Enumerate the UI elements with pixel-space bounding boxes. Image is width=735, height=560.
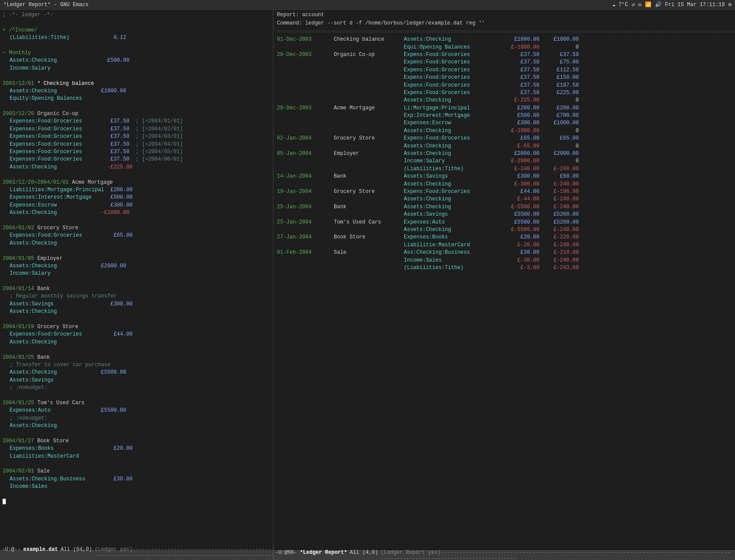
report-row-8: 25-Jan-2004 Bank Assets:Checking £-5500.… [277, 203, 732, 211]
report-divider: ========================================… [277, 28, 732, 36]
blank14 [3, 491, 270, 498]
exp-food-grocery1: Expenses:Food:Groceries £65.00 [3, 232, 270, 239]
report-row-3b: Exp:Interest:Mortgage £500.00 £700.00 [277, 112, 732, 119]
income-section: = /^Income/ [3, 27, 270, 34]
report-row-6: 14-Jan-2004 Bank Assets:Savings £300.00 … [277, 173, 732, 180]
main-area: ; -*- ledger -*- = /^Income/ (Liabilitie… [0, 10, 735, 550]
report-row-5: 05-Jan-2004 Employer Assets:Checking £20… [277, 150, 732, 158]
nobudget2: ; :nobudget: [3, 415, 270, 422]
right-pane[interactable]: Report: account Command: ledger --sort d… [273, 10, 735, 550]
liab-mortgage: Liabilities:Mortgage:Principal £200.00 [3, 186, 270, 194]
exp-food-5: Expenses:Food:Groceries £37.50 ; [=2004/… [3, 148, 270, 156]
blank9 [3, 316, 270, 323]
report-row-5b: Income:Salary £-2000.00 0 [277, 158, 732, 165]
status-position-left: All (64,0) [60, 546, 92, 560]
assets-checking-g1: Assets:Checking [3, 240, 270, 247]
status-bar: -U:@-- example.dat All (64,0) (Ledger ya… [0, 550, 735, 560]
exp-food-1: Expenses:Food:Groceries £37.50 ; [=2004/… [3, 118, 270, 125]
income-sales: Income:Sales [3, 483, 270, 490]
title-bar-right: ☁ 7°C ↺ ✉ 📶 🔊 Fri 15 Mar 17:11:19 ⚙ [612, 1, 732, 8]
entry-sale: 2004/02/01 Sale [3, 468, 270, 475]
report-row-11c: (Liabilities:Tithe) £-3.60 £-243.60 [277, 264, 732, 272]
report-row-5c: (Liabilities:Tithe) £-240.00 £-240.00 [277, 165, 732, 173]
assets-checking-car: Assets:Checking £5500.00 [3, 369, 270, 376]
exp-escrow: Expenses:Escrow £300.00 [3, 202, 270, 209]
report-row-9b: Assets:Checking £-5500.00 £-240.00 [277, 226, 732, 234]
monthly-tilde: ~ Monthly [3, 49, 270, 57]
report-row-2d: Expens:Food:Groceries £37.50 £150.00 [277, 74, 732, 81]
report-row-2c: Expens:Food:Groceries £37.50 £112.50 [277, 66, 732, 74]
blank4 [3, 103, 270, 110]
bank-comment: ; Regular monthly savings transfer [3, 293, 270, 300]
report-row-10b: Liabilitie:MasterCard £-20.00 £-240.00 [277, 242, 732, 249]
liab-mastercard: Liabilities:MasterCard [3, 453, 270, 460]
entry-bookstore: 2004/01/27 Book Store [3, 438, 270, 445]
status-bar-right: -U:@%%- *Ledger Report* All (4,0) (Ledge… [273, 550, 735, 560]
income-salary-emp: Income:Salary [3, 270, 270, 277]
entry-used-cars: 2004/01/25 Tom's Used Cars [3, 399, 270, 407]
refresh-icon[interactable]: ↺ [631, 1, 634, 8]
report-row-7b: Assets:Checking £-44.00 £-240.00 [277, 196, 732, 203]
entry-20031220: 2003/12/20 Organic Co-op [3, 110, 270, 118]
exp-food-grocery2: Expenses:Food:Groceries £44.00 [3, 331, 270, 338]
assets-checking-acme: Assets:Checking -£1000.00 [3, 209, 270, 217]
exp-food-2: Expenses:Food:Groceries £37.50 ; [=2004/… [3, 126, 270, 133]
assets-checking-emp: Assets:Checking £2000.00 [3, 262, 270, 270]
assets-checking-bank: Assets:Checking [3, 308, 270, 315]
assets-checking-biz: Assets:Checking:Business £30.00 [3, 476, 270, 483]
car-comment: ; Transfer to cover car purchase [3, 361, 270, 369]
window-title: *Ledger Report* - GNU Emacs [4, 2, 88, 8]
assets-checking-cars: Assets:Checking [3, 422, 270, 430]
entry-grocery0119: 2004/01/19 Grocery Store [3, 323, 270, 331]
exp-books: Expenses:Books £20.00 [3, 445, 270, 452]
assets-checking-organic: Assets:Checking -£225.00 [3, 164, 270, 171]
assets-checking-g2: Assets:Checking [3, 339, 270, 346]
report-row-3c: Expenses:Escrow £300.00 £1000.00 [277, 119, 732, 127]
report-row-9: 25-Jan-2004 Tom's Used Cars Expenses:Aut… [277, 219, 732, 226]
blank5 [3, 171, 270, 178]
header-comment: ; -*- ledger -*- [3, 11, 270, 19]
liabilities-tithe: (Liabilities:Tithe) 0.12 [3, 34, 270, 42]
title-bar: *Ledger Report* - GNU Emacs ☁ 7°C ↺ ✉ 📶 … [0, 0, 735, 10]
entry-bank0114: 2004/01/14 Bank [3, 285, 270, 293]
report-row-4: 02-Jan-2004 Grocery Store Expens:Food:Gr… [277, 135, 732, 142]
report-row-11: 01-Feb-2004 Sale Ass:Checking:Business £… [277, 249, 732, 256]
report-command: Command: ledger --sort d -f /home/borbus… [277, 20, 732, 27]
income-salary-monthly: Income:Salary [3, 65, 270, 72]
status-filename-left: example.dat [23, 546, 58, 560]
report-row-1b: Equi:Opening Balances £-1000.00 0 [277, 44, 732, 51]
network-icon: 📶 [645, 1, 651, 8]
mail-icon[interactable]: ✉ [638, 1, 641, 8]
report-row-1: 01-Dec-2003 Checking balance Assets:Chec… [277, 36, 732, 43]
settings-icon[interactable]: ⚙ [728, 1, 732, 8]
blank8 [3, 278, 270, 285]
report-row-2: 20-Dec-2003 Organic Co-op Expens:Food:Gr… [277, 51, 732, 59]
exp-food-6: Expenses:Food:Groceries £37.50 ; [=2004/… [3, 156, 270, 163]
report-row-3d: Assets:Checking £-1000.00 0 [277, 127, 732, 135]
exp-auto: Expenses:Auto £5500.00 [3, 407, 270, 414]
exp-food-3: Expenses:Food:Groceries £37.50 ; [=2004/… [3, 133, 270, 140]
blank6 [3, 217, 270, 224]
report-row-2e: Expens:Food:Groceries £37.50 £187.50 [277, 82, 732, 89]
report-row-2b: Expens:Food:Groceries £37.50 £75.00 [277, 59, 732, 66]
entry-acme: 2003/12/28=2004/01/01 Acme Mortgage [3, 179, 270, 186]
assets-savings-bank: Assets:Savings £300.00 [3, 301, 270, 308]
exp-food-4: Expenses:Food:Groceries £37.50 ; [=2004/… [3, 141, 270, 148]
blank3 [3, 72, 270, 80]
entry-20031201: 2003/12/01 * Checking balance [3, 80, 270, 88]
blank10 [3, 346, 270, 354]
exp-interest: Expenses:Interest:Mortgage £500.00 [3, 194, 270, 201]
report-row-11b: Income:Sales £-30.00 £-240.00 [277, 257, 732, 264]
left-pane[interactable]: ; -*- ledger -*- = /^Income/ (Liabilitie… [0, 10, 273, 550]
blank1 [3, 19, 270, 26]
blank13 [3, 460, 270, 468]
report-row-2g: Assets:Checking £-225.00 0 [277, 97, 732, 104]
audio-icon[interactable]: 🔊 [655, 1, 662, 8]
status-fill-left: (Ledger yas)----------------------------… [94, 546, 271, 560]
report-row-4b: Assets:Checking £-65.00 0 [277, 143, 732, 150]
assets-savings-car: Assets:Savings [3, 377, 270, 384]
blank11 [3, 392, 270, 399]
entry-bank0125: 2004/01/25 Bank [3, 354, 270, 361]
report-row-8b: Assets:Savings £5500.00 £5260.00 [277, 211, 732, 218]
report-row-6b: Assets:Checking £-300.00 £-240.00 [277, 181, 732, 188]
